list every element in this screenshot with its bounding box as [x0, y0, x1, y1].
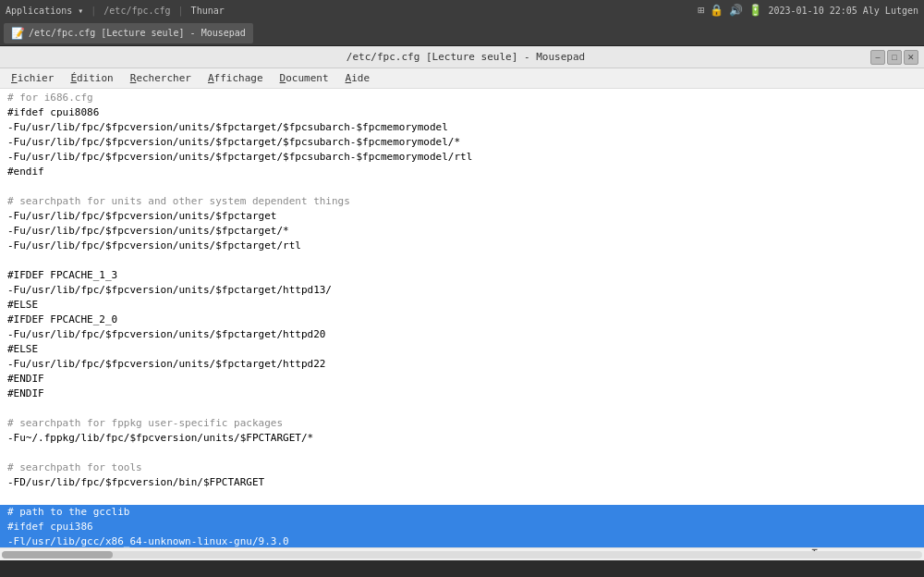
code-line: -Fu/usr/lib/fpc/$fpcversion/units/$fpcta…	[0, 283, 924, 298]
code-line: #ifdef cpui8086	[0, 105, 924, 120]
code-line: -Fu/usr/lib/fpc/$fpcversion/units/$fpcta…	[0, 224, 924, 239]
window-title: /etc/fpc.cfg [Lecture seule] - Mousepad	[61, 51, 870, 63]
top-system-bar: Applications ▾ | /etc/fpc.cfg | Thunar ⊞…	[0, 0, 924, 20]
code-line: #IFDEF FPCACHE_1_3	[0, 268, 924, 283]
code-line: -Fu~/.fppkg/lib/fpc/$fpcversion/units/$F…	[0, 431, 924, 446]
code-line: -Fu/usr/lib/fpc/$fpcversion/units/$fpcta…	[0, 239, 924, 253]
code-line	[0, 490, 924, 505]
file-manager-label[interactable]: Thunar	[191, 6, 225, 16]
editor-area[interactable]: # for i686.cfg#ifdef cpui8086-Fu/usr/lib…	[0, 89, 924, 560]
time: 22:05	[830, 6, 857, 16]
code-line: #ELSE	[0, 342, 924, 357]
maximize-button[interactable]: □	[887, 50, 902, 65]
menu-edition[interactable]: Édition	[63, 70, 120, 86]
top-bar-left: Applications ▾ | /etc/fpc.cfg | Thunar	[6, 6, 225, 16]
scroll-thumb[interactable]	[2, 551, 113, 559]
code-line: -Fu/usr/lib/fpc/$fpcversion/units/$fpcta…	[0, 150, 924, 165]
top-bar-right: ⊞ 🔒 🔊 🔋 2023-01-10 22:05 Aly Lutgen	[698, 4, 918, 17]
minimize-button[interactable]: –	[870, 50, 885, 65]
code-line: #ELSE	[0, 298, 924, 313]
separator2: |	[178, 6, 184, 16]
username: Aly Lutgen	[863, 6, 918, 16]
datetime: 2023-01-10	[768, 6, 823, 16]
menu-document[interactable]: Document	[273, 70, 336, 86]
code-line	[0, 179, 924, 194]
code-line: #ENDIF	[0, 387, 924, 401]
code-line: -Fu/usr/lib/fpc/$fpcversion/units/$fpcta…	[0, 209, 924, 224]
window-titlebar: /etc/fpc.cfg [Lecture seule] - Mousepad …	[0, 46, 924, 68]
code-line	[0, 446, 924, 460]
horizontal-scrollbar[interactable]	[0, 547, 924, 560]
code-line: #endif	[0, 165, 924, 179]
tray-icon-1: ⊞	[698, 4, 704, 17]
code-line: -Fu/usr/lib/fpc/$fpcversion/units/$fpcta…	[0, 327, 924, 342]
separator: |	[91, 6, 96, 16]
code-line	[0, 253, 924, 268]
taskbar: 📝 /etc/fpc.cfg [Lecture seule] - Mousepa…	[0, 20, 924, 46]
path-label: /etc/fpc.cfg	[103, 6, 170, 16]
code-line: # searchpath for fppkg user-specific pac…	[0, 416, 924, 431]
mousepad-label: /etc/fpc.cfg [Lecture seule] - Mousepad	[29, 28, 246, 38]
code-line: -Fu/usr/lib/fpc/$fpcversion/units/$fpcta…	[0, 120, 924, 135]
mousepad-icon: 📝	[11, 27, 25, 40]
editor-content[interactable]: # for i686.cfg#ifdef cpui8086-Fu/usr/lib…	[0, 89, 924, 547]
code-line: -Fl/usr/lib/gcc/x86_64-unknown-linux-gnu…	[0, 534, 924, 547]
code-line: # searchpath for tools	[0, 460, 924, 475]
code-line: # searchpath for units and other system …	[0, 194, 924, 209]
tray-icon-2: 🔒	[710, 4, 723, 17]
code-line: #ENDIF	[0, 372, 924, 387]
tray-icon-3: 🔊	[729, 4, 743, 17]
code-line: # for i686.cfg	[0, 91, 924, 105]
menubar: Fichier Édition Rechercher Affichage Doc…	[0, 68, 924, 89]
code-line: -FD/usr/lib/fpc/$fpcversion/bin/$FPCTARG…	[0, 475, 924, 490]
menu-fichier[interactable]: Fichier	[4, 70, 61, 86]
close-button[interactable]: ✕	[904, 50, 918, 65]
window-controls: – □ ✕	[870, 50, 918, 65]
taskbar-item-mousepad[interactable]: 📝 /etc/fpc.cfg [Lecture seule] - Mousepa…	[4, 23, 253, 43]
applications-menu[interactable]: Applications ▾	[6, 6, 83, 16]
code-line: -Fu/usr/lib/fpc/$fpcversion/units/$fpcta…	[0, 357, 924, 372]
code-line	[0, 401, 924, 416]
code-line: -Fu/usr/lib/fpc/$fpcversion/units/$fpcta…	[0, 135, 924, 150]
code-line: #IFDEF FPCACHE_2_0	[0, 313, 924, 327]
code-line: # path to the gcclib	[0, 505, 924, 520]
scroll-track[interactable]	[2, 551, 922, 559]
menu-rechercher[interactable]: Rechercher	[123, 70, 199, 86]
menu-aide[interactable]: Aide	[338, 70, 378, 86]
code-line: #ifdef cpui386	[0, 520, 924, 534]
tray-icon-4: 🔋	[748, 4, 762, 17]
main-window: /etc/fpc.cfg [Lecture seule] - Mousepad …	[0, 46, 924, 560]
menu-affichage[interactable]: Affichage	[201, 70, 271, 86]
